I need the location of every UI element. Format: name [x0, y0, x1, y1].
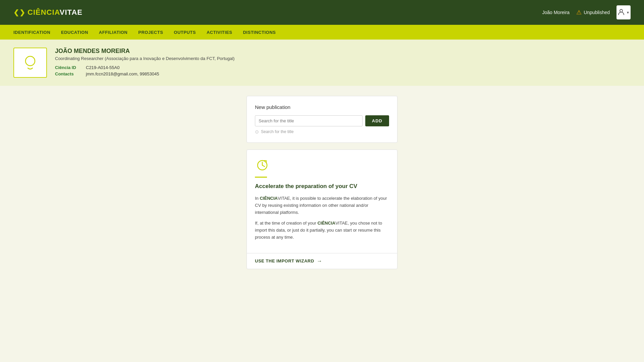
- contacts-row: Contacts jmm.fccn2018@gmail.com, 9985304…: [55, 71, 631, 76]
- logo-arrows-icon: ❮❯: [13, 8, 25, 16]
- svg-point-0: [620, 9, 623, 12]
- header-right: João Moreira ⚠ Unpublished ▼: [542, 5, 631, 19]
- warning-icon: ⚠: [576, 9, 582, 16]
- publication-input[interactable]: [255, 115, 363, 126]
- accelerate-paragraph-2: If, at the time of creation of your CIÊN…: [255, 220, 389, 241]
- logo-vitae: VITAE: [60, 8, 83, 16]
- profile-section: JOÃO MENDES MOREIRA Coordinating Researc…: [0, 40, 644, 86]
- import-wizard-link[interactable]: USE THE IMPORT WIZARD: [255, 258, 314, 263]
- ciencia-id-value: C219-A014-55A0: [86, 65, 119, 70]
- user-name: João Moreira: [542, 10, 570, 15]
- search-hint-text: Search for the title: [261, 129, 293, 134]
- import-footer[interactable]: USE THE IMPORT WIZARD →: [247, 253, 397, 269]
- main-nav: IDENTIFICATION EDUCATION AFFILIATION PRO…: [0, 25, 644, 40]
- svg-point-1: [25, 56, 35, 66]
- avatar: [13, 48, 47, 78]
- publication-form: ADD: [255, 115, 389, 126]
- import-arrow-icon: →: [317, 258, 322, 264]
- accelerate-card: Accelerate the preparation of your CV In…: [247, 149, 397, 269]
- ciencia-id-label: Ciência ID: [55, 65, 82, 70]
- profile-info: JOÃO MENDES MOREIRA Coordinating Researc…: [55, 48, 631, 76]
- nav-item-identification[interactable]: IDENTIFICATION: [13, 30, 50, 35]
- user-avatar-icon: [618, 8, 625, 17]
- profile-name: JOÃO MENDES MOREIRA: [55, 48, 631, 55]
- accelerate-paragraph-1: In CIÊNCIAVITAE, it is possible to accel…: [255, 195, 389, 216]
- publication-card-title: New publication: [255, 104, 389, 110]
- ciencia-id-row: Ciência ID C219-A014-55A0: [55, 65, 631, 70]
- nav-item-distinctions[interactable]: DISTINCTIONS: [243, 30, 276, 35]
- contacts-value: jmm.fccn2018@gmail.com, 99853045: [86, 71, 159, 76]
- unpublished-label: Unpublished: [584, 10, 610, 15]
- clock-icon-wrap: [255, 158, 389, 174]
- add-publication-button[interactable]: ADD: [365, 115, 389, 126]
- accent-bar: [255, 177, 267, 178]
- accelerate-heading: Accelerate the preparation of your CV: [255, 183, 389, 190]
- nav-item-projects[interactable]: PROJECTS: [138, 30, 163, 35]
- search-hint: ⊙ Search for the title: [255, 129, 389, 134]
- logo-ciencia: CIÊNCIA: [28, 8, 60, 16]
- nav-item-activities[interactable]: ACTIVITIES: [207, 30, 232, 35]
- contacts-label: Contacts: [55, 71, 82, 76]
- search-icon: ⊙: [255, 129, 259, 134]
- clock-icon: [255, 158, 270, 173]
- profile-details: Ciência ID C219-A014-55A0 Contacts jmm.f…: [55, 65, 631, 76]
- chevron-down-icon: ▼: [626, 11, 630, 14]
- logo: ❮❯ CIÊNCIAVITAE: [13, 8, 83, 17]
- avatar-button[interactable]: ▼: [616, 5, 631, 19]
- svg-line-4: [262, 165, 265, 167]
- nav-item-affiliation[interactable]: AFFILIATION: [99, 30, 127, 35]
- unpublished-badge: ⚠ Unpublished: [576, 9, 610, 16]
- brand-ciencia-1: CIÊNCIA: [260, 196, 277, 201]
- accelerate-body: Accelerate the preparation of your CV In…: [247, 150, 397, 253]
- logo-text: CIÊNCIAVITAE: [28, 8, 83, 17]
- profile-title: Coordinating Researcher (Associação para…: [55, 56, 631, 61]
- nav-item-outputs[interactable]: OUTPUTS: [174, 30, 196, 35]
- nav-item-education[interactable]: EDUCATION: [61, 30, 88, 35]
- brand-ciencia-2: CIÊNCIA: [317, 221, 335, 226]
- main-content: New publication ADD ⊙ Search for the tit…: [0, 86, 644, 279]
- header: ❮❯ CIÊNCIAVITAE João Moreira ⚠ Unpublish…: [0, 0, 644, 25]
- new-publication-card: New publication ADD ⊙ Search for the tit…: [247, 96, 397, 143]
